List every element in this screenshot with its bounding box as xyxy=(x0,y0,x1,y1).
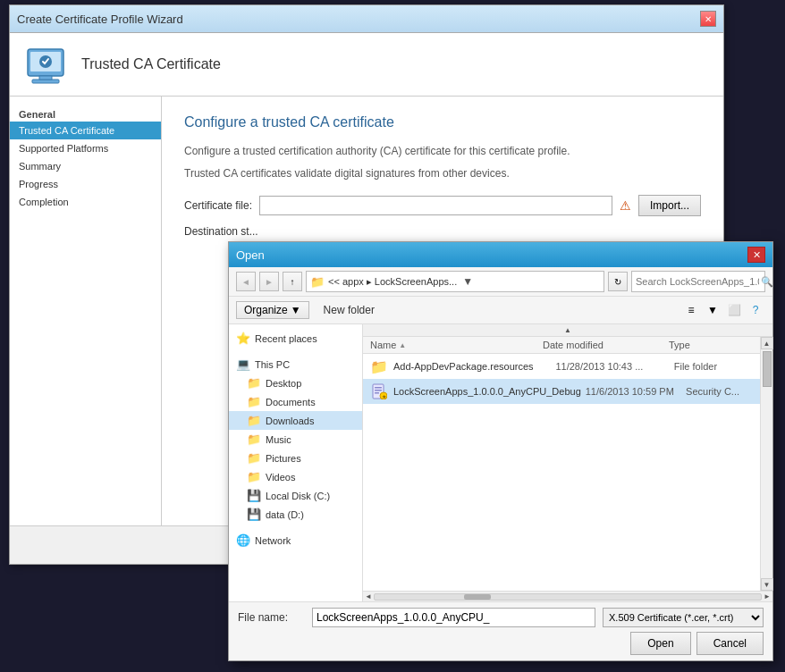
back-icon: ◄ xyxy=(241,277,250,287)
dialog-close-icon: ✕ xyxy=(753,249,761,261)
nav-item-desktop-label: Desktop xyxy=(266,378,301,389)
nav-item-this-pc-label: This PC xyxy=(255,359,290,370)
open-dialog-titlebar: Open ✕ xyxy=(229,242,772,267)
file2-date: 11/6/2013 10:59 PM xyxy=(581,386,686,397)
filetype-select[interactable]: X.509 Certificate (*.cer, *.crt) xyxy=(603,608,764,627)
file2-type: Security C... xyxy=(686,386,753,397)
horizontal-scrollbar[interactable]: ◄ ► xyxy=(363,591,772,601)
open-dialog: Open ✕ ◄ ► ↑ 📁 << appx ▸ LockScreenApps.… xyxy=(228,241,773,661)
organize-dropdown-icon: ▼ xyxy=(291,304,301,316)
organize-label: Organize xyxy=(244,304,288,316)
dialog-toolbar: ◄ ► ↑ 📁 << appx ▸ LockScreenApps... ▼ ↻ … xyxy=(229,267,772,297)
scroll-up-btn[interactable]: ▲ xyxy=(363,324,772,337)
h-scroll-thumb[interactable] xyxy=(464,594,491,600)
nav-pane: ⭐ Recent places 💻 This PC 📁 Desktop 📁 Do… xyxy=(229,324,363,601)
search-bar[interactable]: 🔍 xyxy=(631,271,765,292)
dialog-action-row: Open Cancel xyxy=(238,632,764,655)
wizard-header-title: Trusted CA Certificate xyxy=(81,56,221,72)
import-button[interactable]: Import... xyxy=(638,195,701,216)
nav-item-music-label: Music xyxy=(266,434,291,445)
network-icon: 🌐 xyxy=(236,533,250,547)
nav-item-pictures[interactable]: 📁 Pictures xyxy=(229,449,362,467)
sidebar-item-summary[interactable]: Summary xyxy=(10,157,161,175)
open-dialog-close-button[interactable]: ✕ xyxy=(747,247,765,263)
nav-item-network[interactable]: 🌐 Network xyxy=(229,531,362,550)
svg-rect-2 xyxy=(32,80,59,83)
videos-folder-icon: 📁 xyxy=(247,470,261,483)
content-desc1: Configure a trusted certification author… xyxy=(184,144,701,159)
sort-arrow-icon: ▲ xyxy=(399,341,406,349)
wizard-header: Trusted CA Certificate xyxy=(10,33,723,97)
h-scroll-left-arrow[interactable]: ◄ xyxy=(365,592,372,601)
nav-item-downloads[interactable]: 📁 Downloads xyxy=(229,411,362,430)
file-row-1[interactable]: 📁 Add-AppDevPackage.resources 11/28/2013… xyxy=(363,354,760,379)
svg-rect-3 xyxy=(39,76,52,80)
nav-item-pictures-label: Pictures xyxy=(266,453,301,464)
wizard-titlebar-buttons: ✕ xyxy=(700,11,716,27)
refresh-button[interactable]: ↻ xyxy=(608,272,628,291)
nav-item-documents-label: Documents xyxy=(266,397,316,407)
nav-item-videos-label: Videos xyxy=(266,472,295,483)
sidebar-item-completion[interactable]: Completion xyxy=(10,193,161,211)
col-type-label: Type xyxy=(669,340,690,350)
filename-input[interactable] xyxy=(312,608,595,627)
h-scroll-right-arrow[interactable]: ► xyxy=(764,592,771,601)
file-row-2[interactable]: ★ LockScreenApps_1.0.0.0_AnyCPU_Debug 11… xyxy=(363,379,760,404)
help-button[interactable]: ? xyxy=(746,300,765,320)
view-preview-button[interactable]: ⬜ xyxy=(724,300,744,320)
open-button[interactable]: Open xyxy=(630,632,690,655)
nav-item-data-d[interactable]: 💾 data (D:) xyxy=(229,505,362,524)
dialog-cancel-button[interactable]: Cancel xyxy=(696,632,764,655)
view-dropdown-button[interactable]: ▼ xyxy=(703,300,722,320)
sidebar-item-supported-platforms[interactable]: Supported Platforms xyxy=(10,139,161,157)
nav-item-local-disk-c-label: Local Disk (C:) xyxy=(266,491,330,501)
sidebar-item-progress[interactable]: Progress xyxy=(10,175,161,193)
h-scroll-track[interactable] xyxy=(374,593,762,601)
back-button[interactable]: ◄ xyxy=(236,272,256,291)
cert-file-input[interactable] xyxy=(259,196,612,215)
nav-item-this-pc[interactable]: 💻 This PC xyxy=(229,355,362,374)
forward-button[interactable]: ► xyxy=(259,272,279,291)
nav-item-videos[interactable]: 📁 Videos xyxy=(229,467,362,486)
nav-item-documents[interactable]: 📁 Documents xyxy=(229,392,362,411)
wizard-titlebar: Create Certificate Profile Wizard ✕ xyxy=(10,5,723,33)
col-date-label: Date modified xyxy=(543,340,604,350)
dialog-bottom: File name: X.509 Certificate (*.cer, *.c… xyxy=(229,601,772,660)
nav-item-desktop[interactable]: 📁 Desktop xyxy=(229,374,362,392)
files-pane: Name ▲ Date modified Type 📁 xyxy=(363,337,760,591)
search-input[interactable] xyxy=(636,276,759,287)
filename-label: File name: xyxy=(238,611,305,624)
address-dropdown-icon[interactable]: ▼ xyxy=(460,275,475,288)
up-button[interactable]: ↑ xyxy=(283,272,302,291)
folder-icon-1: 📁 xyxy=(370,358,388,375)
scroll-up-arrow[interactable]: ▲ xyxy=(761,337,773,349)
vertical-scrollbar[interactable]: ▲ ▼ xyxy=(760,337,772,591)
scroll-down-arrow[interactable]: ▼ xyxy=(761,578,773,591)
files-with-scroll: Name ▲ Date modified Type 📁 xyxy=(363,337,772,591)
new-folder-button[interactable]: New folder xyxy=(317,302,382,318)
close-icon: ✕ xyxy=(705,14,712,24)
col-header-type[interactable]: Type xyxy=(669,340,753,350)
nav-item-network-label: Network xyxy=(255,535,291,546)
sidebar-item-trusted-ca[interactable]: Trusted CA Certificate xyxy=(10,122,161,139)
content-desc2: Trusted CA certificates validate digital… xyxy=(184,166,701,181)
nav-item-local-disk-c[interactable]: 💾 Local Disk (C:) xyxy=(229,486,362,505)
nav-item-music[interactable]: 📁 Music xyxy=(229,430,362,449)
search-icon: 🔍 xyxy=(761,276,773,288)
col-header-date[interactable]: Date modified xyxy=(538,340,669,350)
col-name-label: Name xyxy=(370,340,396,350)
content-title: Configure a trusted CA certificate xyxy=(184,114,701,130)
warning-icon: ⚠ xyxy=(620,198,631,213)
address-bar[interactable]: 📁 << appx ▸ LockScreenApps... ▼ xyxy=(306,271,604,292)
pc-icon: 💻 xyxy=(236,357,250,371)
svg-rect-6 xyxy=(375,387,382,389)
col-header-name[interactable]: Name ▲ xyxy=(370,340,538,350)
nav-item-recent-label: Recent places xyxy=(255,333,317,344)
address-folder-icon: 📁 xyxy=(310,275,325,289)
scroll-thumb[interactable] xyxy=(763,351,772,387)
disk-c-icon: 💾 xyxy=(247,489,261,502)
view-list-button[interactable]: ≡ xyxy=(681,300,701,320)
organize-button[interactable]: Organize ▼ xyxy=(236,301,309,319)
nav-item-recent-places[interactable]: ⭐ Recent places xyxy=(229,329,362,348)
wizard-close-button[interactable]: ✕ xyxy=(700,11,716,27)
